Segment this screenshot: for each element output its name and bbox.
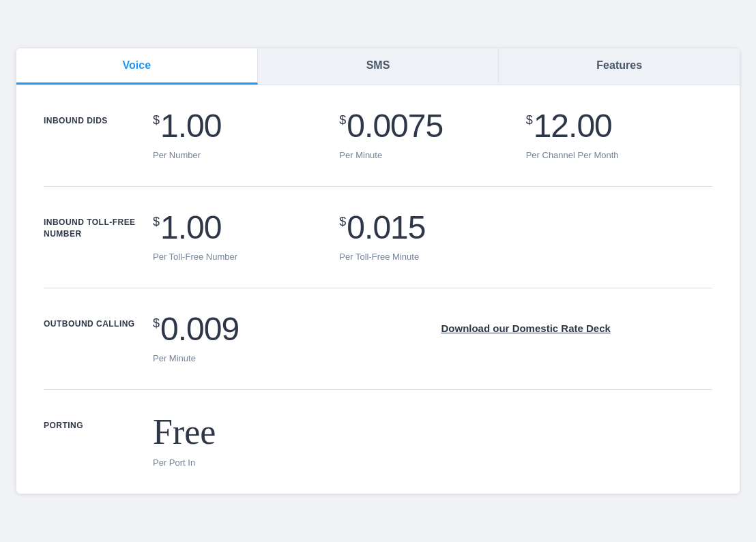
price-items-tollfree: $ 1.00 Per Toll-Free Number $ 0.015 Per … xyxy=(153,211,712,263)
dollar-sign-ob-0: $ xyxy=(153,317,160,329)
price-sublabel-ob-0: Per Minute xyxy=(153,352,339,365)
price-value-0: 1.00 xyxy=(160,110,221,142)
tab-bar: Voice SMS Features xyxy=(16,48,740,85)
price-value-ob-0: 0.009 xyxy=(160,313,239,346)
price-sublabel-1: Per Minute xyxy=(339,149,525,162)
tab-features[interactable]: Features xyxy=(499,48,740,85)
price-sublabel-tf-1: Per Toll-Free Minute xyxy=(339,251,525,263)
tab-sms[interactable]: SMS xyxy=(258,48,499,85)
price-free-sublabel: Per Port In xyxy=(153,457,712,469)
price-items-inbound-dids: $ 1.00 Per Number $ 0.0075 Per Minute $ xyxy=(153,110,712,162)
price-value-1: 0.0075 xyxy=(347,110,443,142)
pricing-row-porting: PORTING Free Per Port In xyxy=(44,390,712,494)
price-item-ob-link: Download our Domestic Rate Deck xyxy=(339,313,712,365)
pricing-row-outbound: OUTBOUND CALLING $ 0.009 Per Minute Down… xyxy=(44,288,712,390)
price-sublabel-tf-0: Per Toll-Free Number xyxy=(153,251,339,263)
price-item-tf-1: $ 0.015 Per Toll-Free Minute xyxy=(339,211,525,263)
pricing-row-inbound-dids: INBOUND DIDS $ 1.00 Per Number $ 0.0075 … xyxy=(44,85,712,187)
price-value-2: 12.00 xyxy=(534,110,612,142)
pricing-row-tollfree: INBOUND TOLL-FREE NUMBER $ 1.00 Per Toll… xyxy=(44,187,712,288)
price-items-outbound: $ 0.009 Per Minute Download our Domestic… xyxy=(153,313,712,365)
price-sublabel-0: Per Number xyxy=(153,149,339,162)
pricing-card: Voice SMS Features INBOUND DIDS $ 1.00 P… xyxy=(16,48,740,494)
price-value-tf-0: 1.00 xyxy=(160,211,221,244)
price-item-1: $ 0.0075 Per Minute xyxy=(339,110,525,162)
dollar-sign-0: $ xyxy=(153,114,160,126)
price-item-tf-0: $ 1.00 Per Toll-Free Number xyxy=(153,211,339,263)
price-main-ob-0: $ 0.009 xyxy=(153,313,339,346)
tab-content: INBOUND DIDS $ 1.00 Per Number $ 0.0075 … xyxy=(16,85,740,494)
row-label-outbound: OUTBOUND CALLING xyxy=(44,313,153,330)
price-value-tf-1: 0.015 xyxy=(347,211,425,244)
price-main-0: $ 1.00 xyxy=(153,110,339,142)
tab-voice[interactable]: Voice xyxy=(16,48,258,85)
row-label-inbound-dids: INBOUND DIDS xyxy=(44,110,153,127)
price-main-2: $ 12.00 xyxy=(526,110,712,142)
price-items-porting: Free Per Port In xyxy=(153,415,712,469)
dollar-sign-tf-1: $ xyxy=(339,215,346,228)
row-label-tollfree: INBOUND TOLL-FREE NUMBER xyxy=(44,211,153,240)
price-item-0: $ 1.00 Per Number xyxy=(153,110,339,162)
price-main-tf-0: $ 1.00 xyxy=(153,211,339,244)
price-item-porting: Free Per Port In xyxy=(153,415,712,469)
price-main-1: $ 0.0075 xyxy=(339,110,525,142)
dollar-sign-tf-0: $ xyxy=(153,215,160,228)
price-item-ob-0: $ 0.009 Per Minute xyxy=(153,313,339,365)
price-free-text: Free xyxy=(153,415,712,450)
price-main-tf-1: $ 0.015 xyxy=(339,211,525,244)
price-item-2: $ 12.00 Per Channel Per Month xyxy=(526,110,712,162)
price-item-tf-empty xyxy=(526,211,712,263)
dollar-sign-1: $ xyxy=(339,114,346,126)
price-sublabel-2: Per Channel Per Month xyxy=(526,149,712,162)
row-label-porting: PORTING xyxy=(44,415,153,432)
download-rate-deck-link[interactable]: Download our Domestic Rate Deck xyxy=(441,322,610,334)
dollar-sign-2: $ xyxy=(526,114,533,126)
